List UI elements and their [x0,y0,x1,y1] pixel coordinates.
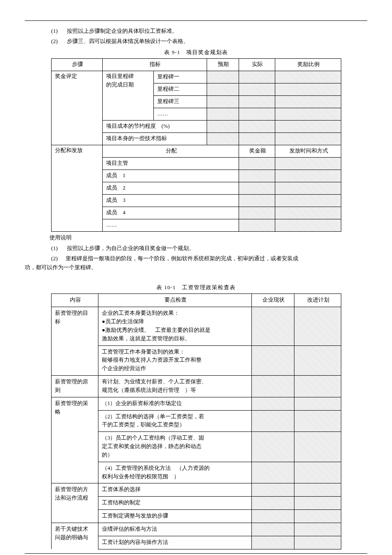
empty-cell [294,432,341,462]
empty-cell [252,497,294,510]
empty-cell [252,345,294,375]
bottom-rule [25,553,367,554]
empty-cell [239,108,275,121]
section-name: 若干关键技术 问题的明确与 [52,523,98,549]
check-cell: 工资体系的选择 [98,483,252,497]
text: 定工资和奖金比例的选择，静态的和动态 [102,443,249,451]
text: 问题的明确与 [55,535,88,541]
text: 项目里程碑 [106,73,134,79]
list-text: 按照以上步骤，为自己企业的项目奖金做一个规划。 [67,245,194,251]
list-marker: (2) [51,254,66,263]
check-cell: 有计划、为业绩支付薪资、个人工资保密、 规范化（遵循系统法则进行管理 ）等 [98,376,252,397]
member-cell: …… [103,219,239,232]
empty-cell [275,108,341,121]
empty-cell [294,523,341,536]
table-row: 奖金评定 项目里程碑 的完成日期 里程碑一 [52,71,341,83]
empty-cell [239,182,275,195]
milestone-cell: 里程碑一 [154,71,207,83]
text: 权利与业务经理的权限范围 ） [102,473,249,481]
table-10-1: 内容 要点检查 企业现状 改进计划 薪资管理的目 标 企业的工资本身要达到的效果… [51,293,341,549]
text: 能够很有力地支持人力资源开发工作和整 [102,356,249,365]
usage-title: 使用说明 [25,233,367,242]
section-name: 薪资管理的目 标 [52,307,98,376]
check-cell: （1）企业的薪资标准的市场定位 [98,397,252,410]
empty-cell [252,536,294,549]
col-plan: 改进计划 [294,294,341,307]
member-cell: 成员 2 [103,182,239,195]
member-cell: 项目主管 [103,158,239,170]
member-cell: 成员 3 [103,195,239,207]
amount-header: 奖金额 [239,145,275,158]
text: （2）工资结构的选择（单一工资类型，若 [102,413,249,421]
text: 的） [102,451,249,460]
text: 则 [55,387,61,393]
text: 薪资管理的目 [55,310,88,316]
empty-cell [239,71,275,83]
text: （3）员工的个人工资结构（浮动工资、固 [102,434,249,443]
text: 企业的工资本身要达到的效果： [102,309,249,318]
empty-cell [294,462,341,483]
usage-item-1: (1) 按照以上步骤，为自己企业的项目奖金做一个规划。 [25,244,367,253]
text: 个企业的经营运作 [102,365,249,373]
list-marker: (1) [51,244,66,253]
empty-cell [252,432,294,462]
col-check: 要点检查 [98,294,252,307]
indicator-cell: 项目里程碑 的完成日期 [103,71,154,121]
empty-cell [252,376,294,397]
empty-cell [252,483,294,497]
table-row: 薪资管理的策 略 （1）企业的薪资标准的市场定位 [52,397,341,410]
empty-cell [207,83,239,96]
empty-cell [207,96,239,108]
text: 有计划、为业绩支付薪资、个人工资保密、 [102,378,249,386]
text: 规范化（遵循系统法则进行管理 ）等 [102,386,249,395]
check-cell: 企业的工资本身要达到的效果： ●员工的生活保障 ●激励优秀的业绩。 工资最主要的… [98,307,252,345]
table-row: 薪资管理的目 标 企业的工资本身要达到的效果： ●员工的生活保障 ●激励优秀的业… [52,307,341,345]
empty-cell [252,410,294,432]
text: 若干关键技术 [55,526,88,532]
empty-cell [294,307,341,345]
intro-item-1: (1) 按照以上步骤制定企业的具体职位工资标准。 [25,27,367,35]
check-cell: 业绩评估的标准与方法 [98,523,252,536]
step-cell: 分配和发放 [52,145,103,232]
indicator-cell: 项目成本的节约程度 (%) [103,121,207,133]
list-marker: (1) [51,27,66,35]
empty-cell [275,207,341,219]
empty-cell [252,462,294,483]
step-cell: 奖金评定 [52,71,103,145]
check-cell: 工资结构的制定 [98,497,252,510]
empty-cell [239,96,275,108]
alloc-header: 分配 [103,145,239,158]
check-cell: 工资计划的内容与操作方法 [98,536,252,549]
empty-cell [275,219,341,232]
empty-cell [207,108,239,121]
col-status: 企业现状 [252,294,294,307]
empty-cell [252,523,294,536]
section-name: 薪资管理的策 略 [52,397,98,483]
empty-cell [275,121,341,133]
empty-cell [239,133,275,145]
empty-cell [275,195,341,207]
milestone-cell: 里程碑二 [154,83,207,96]
empty-cell [294,497,341,510]
empty-cell [275,133,341,145]
empty-cell [252,397,294,410]
payout-header: 发放时间和方式 [275,145,341,158]
empty-cell [294,483,341,497]
empty-cell [252,510,294,523]
empty-cell [275,170,341,182]
empty-cell [239,170,275,182]
empty-cell [275,158,341,170]
empty-cell [207,121,239,133]
table-row: 内容 要点检查 企业现状 改进计划 [52,294,341,307]
empty-cell [294,510,341,523]
col-expected: 预期 [207,59,239,71]
empty-cell [239,83,275,96]
col-ratio: 奖励比例 [275,59,341,71]
intro-item-2: (2) 步骤三、四可以根据具体情况单独设计一个表格。 [25,37,367,46]
section-name: 薪资管理的方 法和运作流程 [52,483,98,523]
empty-cell [207,133,239,145]
empty-cell [294,397,341,410]
empty-cell [239,207,275,219]
milestone-cell: …… [154,108,207,121]
table-9-caption: 表 9-1 项目奖金规划表 [25,49,367,57]
